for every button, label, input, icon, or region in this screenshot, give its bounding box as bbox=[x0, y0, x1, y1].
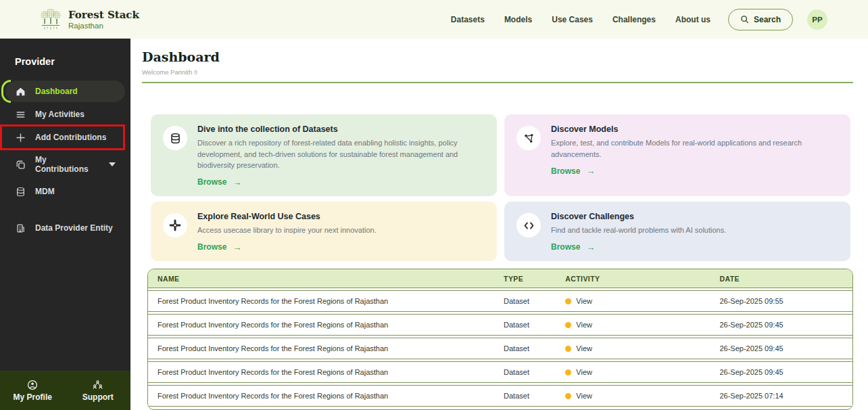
activity-label: View bbox=[576, 297, 592, 305]
cell-name: Forest Product Inventory Records for the… bbox=[158, 297, 504, 305]
activity-table: NAME TYPE ACTIVITY DATE Forest Product I… bbox=[147, 269, 853, 410]
nav-datasets[interactable]: Datasets bbox=[451, 15, 485, 24]
sidebar-item-dashboard[interactable]: Dashboard bbox=[5, 81, 125, 102]
main-content: Dashboard Welcome Parinith !! Dive into … bbox=[130, 39, 868, 410]
column-header-date: DATE bbox=[719, 275, 843, 283]
feature-cards: Dive into the collection of Datasets Dis… bbox=[151, 114, 850, 261]
activity-label: View bbox=[576, 392, 592, 400]
column-header-type: TYPE bbox=[504, 275, 565, 283]
card-title: Dive into the collection of Datasets bbox=[197, 124, 485, 134]
cell-type: Dataset bbox=[504, 368, 565, 376]
card-description: Access usecase library to inspire your n… bbox=[197, 225, 485, 236]
browse-models-link[interactable]: Browse → bbox=[551, 166, 595, 176]
search-button[interactable]: Search bbox=[728, 9, 793, 30]
support-label: Support bbox=[82, 392, 114, 402]
browse-use-cases-link[interactable]: Browse → bbox=[197, 242, 241, 252]
card-description: Find and tackle real-world problems with… bbox=[551, 225, 838, 236]
cell-date: 26-Sep-2025 07:14 bbox=[719, 392, 843, 400]
profile-icon bbox=[27, 380, 38, 390]
top-header: Forest Stack Rajasthan Datasets Models U… bbox=[0, 0, 868, 39]
column-header-activity: ACTIVITY bbox=[565, 275, 719, 283]
browse-challenges-link[interactable]: Browse → bbox=[551, 242, 595, 252]
activity-status-dot bbox=[565, 346, 571, 352]
building-icon bbox=[15, 223, 26, 233]
sidebar-item-my-contributions[interactable]: My Contributions bbox=[5, 150, 125, 179]
arrow-right-icon: → bbox=[586, 242, 595, 252]
sidebar-menu: Dashboard My Activities Add Contribution… bbox=[0, 76, 130, 244]
cell-date: 26-Sep-2025 09:45 bbox=[719, 368, 843, 376]
browse-label: Browse bbox=[551, 242, 580, 252]
user-avatar[interactable]: PP bbox=[807, 9, 827, 30]
cell-name: Forest Product Inventory Records for the… bbox=[158, 368, 504, 376]
cell-type: Dataset bbox=[504, 344, 565, 352]
welcome-text: Welcome Parinith !! bbox=[142, 68, 853, 76]
cell-name: Forest Product Inventory Records for the… bbox=[158, 344, 504, 352]
browse-datasets-link[interactable]: Browse → bbox=[197, 177, 241, 187]
sidebar-item-my-activities[interactable]: My Activities bbox=[5, 104, 125, 125]
nav-challenges[interactable]: Challenges bbox=[612, 15, 656, 24]
sidebar-item-mdm[interactable]: MDM bbox=[5, 181, 125, 202]
brand-subtitle: Rajasthan bbox=[68, 22, 139, 30]
table-row[interactable]: Forest Product Inventory Records for the… bbox=[148, 385, 852, 407]
activity-status-dot bbox=[565, 322, 571, 328]
sidebar-item-add-contributions[interactable]: Add Contributions bbox=[5, 127, 125, 148]
card-title: Discover Challenges bbox=[551, 212, 838, 221]
table-row[interactable]: Forest Product Inventory Records for the… bbox=[148, 290, 852, 312]
table-row[interactable]: Forest Product Inventory Records for the… bbox=[148, 361, 852, 383]
cell-name: Forest Product Inventory Records for the… bbox=[158, 392, 504, 400]
sidebar: Provider Dashboard My Activities Add Con… bbox=[0, 39, 130, 410]
cell-activity: View bbox=[565, 392, 719, 400]
browse-label: Browse bbox=[551, 166, 580, 176]
table-header: NAME TYPE ACTIVITY DATE bbox=[148, 269, 852, 288]
cell-date: 26-Sep-2025 09:45 bbox=[719, 321, 843, 329]
divider bbox=[142, 82, 853, 83]
code-icon bbox=[516, 213, 541, 237]
home-icon bbox=[15, 87, 26, 97]
column-header-name: NAME bbox=[158, 275, 504, 283]
cell-type: Dataset bbox=[504, 392, 565, 400]
my-profile-button[interactable]: My Profile bbox=[0, 371, 66, 410]
nav-use-cases[interactable]: Use Cases bbox=[552, 15, 593, 24]
support-button[interactable]: Support bbox=[66, 371, 131, 410]
database-icon bbox=[163, 126, 187, 150]
chevron-down-icon[interactable] bbox=[109, 162, 116, 166]
card-use-cases: Explore Real-World Use Cases Access usec… bbox=[151, 202, 497, 261]
card-description: Discover a rich repository of forest-rel… bbox=[197, 137, 485, 171]
cell-activity: View bbox=[565, 368, 719, 376]
list-icon bbox=[15, 110, 26, 120]
support-icon bbox=[92, 380, 103, 390]
arrow-right-icon: → bbox=[233, 242, 241, 252]
sidebar-item-label: Dashboard bbox=[35, 87, 78, 96]
activity-status-dot bbox=[565, 298, 571, 304]
table-row[interactable]: Forest Product Inventory Records for the… bbox=[148, 338, 852, 359]
card-title: Explore Real-World Use Cases bbox=[197, 212, 485, 221]
cell-date: 26-Sep-2025 09:45 bbox=[719, 344, 843, 352]
card-datasets: Dive into the collection of Datasets Dis… bbox=[151, 114, 497, 196]
search-button-label: Search bbox=[754, 15, 781, 24]
cell-activity: View bbox=[565, 321, 719, 329]
cell-name: Forest Product Inventory Records for the… bbox=[158, 321, 504, 329]
activity-status-dot bbox=[565, 369, 571, 375]
browse-label: Browse bbox=[197, 242, 226, 252]
cell-activity: View bbox=[565, 297, 719, 305]
brand-title: Forest Stack bbox=[68, 9, 139, 21]
table-row[interactable]: Forest Product Inventory Records for the… bbox=[148, 314, 852, 336]
sidebar-footer: My Profile Support bbox=[0, 371, 130, 410]
page-title: Dashboard bbox=[142, 49, 853, 64]
activity-status-dot bbox=[565, 393, 571, 399]
activity-label: View bbox=[576, 344, 592, 352]
brand: Forest Stack Rajasthan bbox=[39, 7, 139, 32]
my-profile-label: My Profile bbox=[14, 392, 52, 402]
activity-label: View bbox=[576, 321, 592, 329]
nav-models[interactable]: Models bbox=[504, 15, 532, 24]
card-title: Discover Models bbox=[551, 124, 838, 134]
sidebar-item-label: Data Provider Entity bbox=[35, 223, 113, 233]
arrow-right-icon: → bbox=[233, 177, 241, 187]
browse-label: Browse bbox=[197, 177, 226, 187]
network-icon bbox=[516, 126, 541, 150]
nav-about-us[interactable]: About us bbox=[675, 15, 710, 24]
sidebar-item-data-provider-entity[interactable]: Data Provider Entity bbox=[5, 217, 125, 239]
cell-date: 26-Sep-2025 09:55 bbox=[719, 297, 843, 305]
top-nav: Datasets Models Use Cases Challenges Abo… bbox=[451, 15, 710, 24]
plus-icon bbox=[15, 133, 26, 143]
